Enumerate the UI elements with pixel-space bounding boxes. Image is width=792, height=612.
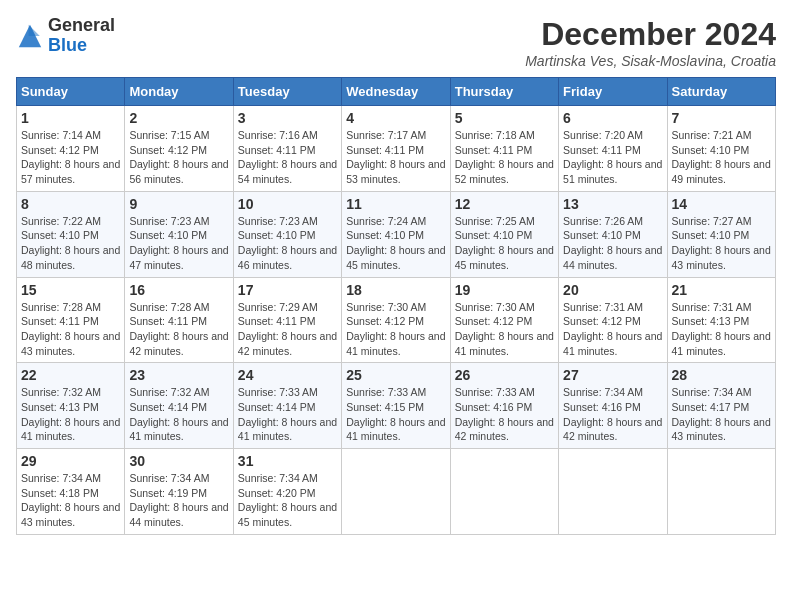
calendar-cell: 1 Sunrise: 7:14 AMSunset: 4:12 PMDayligh… (17, 106, 125, 192)
day-detail: Sunrise: 7:23 AMSunset: 4:10 PMDaylight:… (129, 214, 228, 273)
day-number: 12 (455, 196, 554, 212)
calendar-cell: 8 Sunrise: 7:22 AMSunset: 4:10 PMDayligh… (17, 191, 125, 277)
day-detail: Sunrise: 7:17 AMSunset: 4:11 PMDaylight:… (346, 128, 445, 187)
day-detail: Sunrise: 7:16 AMSunset: 4:11 PMDaylight:… (238, 128, 337, 187)
calendar-cell: 3 Sunrise: 7:16 AMSunset: 4:11 PMDayligh… (233, 106, 341, 192)
calendar-cell: 27 Sunrise: 7:34 AMSunset: 4:16 PMDaylig… (559, 363, 667, 449)
day-detail: Sunrise: 7:33 AMSunset: 4:16 PMDaylight:… (455, 385, 554, 444)
day-number: 15 (21, 282, 120, 298)
day-detail: Sunrise: 7:34 AMSunset: 4:17 PMDaylight:… (672, 385, 771, 444)
calendar-cell: 28 Sunrise: 7:34 AMSunset: 4:17 PMDaylig… (667, 363, 775, 449)
header-saturday: Saturday (667, 78, 775, 106)
header-monday: Monday (125, 78, 233, 106)
day-number: 23 (129, 367, 228, 383)
calendar-week-2: 8 Sunrise: 7:22 AMSunset: 4:10 PMDayligh… (17, 191, 776, 277)
day-detail: Sunrise: 7:30 AMSunset: 4:12 PMDaylight:… (455, 300, 554, 359)
day-detail: Sunrise: 7:21 AMSunset: 4:10 PMDaylight:… (672, 128, 771, 187)
calendar-header-row: SundayMondayTuesdayWednesdayThursdayFrid… (17, 78, 776, 106)
calendar-cell: 16 Sunrise: 7:28 AMSunset: 4:11 PMDaylig… (125, 277, 233, 363)
calendar-cell: 6 Sunrise: 7:20 AMSunset: 4:11 PMDayligh… (559, 106, 667, 192)
calendar-cell: 21 Sunrise: 7:31 AMSunset: 4:13 PMDaylig… (667, 277, 775, 363)
calendar-cell: 26 Sunrise: 7:33 AMSunset: 4:16 PMDaylig… (450, 363, 558, 449)
day-detail: Sunrise: 7:31 AMSunset: 4:13 PMDaylight:… (672, 300, 771, 359)
day-detail: Sunrise: 7:32 AMSunset: 4:14 PMDaylight:… (129, 385, 228, 444)
day-number: 31 (238, 453, 337, 469)
calendar-cell: 18 Sunrise: 7:30 AMSunset: 4:12 PMDaylig… (342, 277, 450, 363)
calendar-cell: 14 Sunrise: 7:27 AMSunset: 4:10 PMDaylig… (667, 191, 775, 277)
calendar-cell: 29 Sunrise: 7:34 AMSunset: 4:18 PMDaylig… (17, 449, 125, 535)
day-number: 22 (21, 367, 120, 383)
calendar-cell (450, 449, 558, 535)
calendar-cell: 4 Sunrise: 7:17 AMSunset: 4:11 PMDayligh… (342, 106, 450, 192)
calendar-cell: 10 Sunrise: 7:23 AMSunset: 4:10 PMDaylig… (233, 191, 341, 277)
day-detail: Sunrise: 7:26 AMSunset: 4:10 PMDaylight:… (563, 214, 662, 273)
day-number: 11 (346, 196, 445, 212)
day-detail: Sunrise: 7:18 AMSunset: 4:11 PMDaylight:… (455, 128, 554, 187)
logo: General Blue (16, 16, 115, 56)
header-friday: Friday (559, 78, 667, 106)
calendar-week-4: 22 Sunrise: 7:32 AMSunset: 4:13 PMDaylig… (17, 363, 776, 449)
day-detail: Sunrise: 7:29 AMSunset: 4:11 PMDaylight:… (238, 300, 337, 359)
calendar-cell: 30 Sunrise: 7:34 AMSunset: 4:19 PMDaylig… (125, 449, 233, 535)
calendar-cell (342, 449, 450, 535)
calendar-cell: 23 Sunrise: 7:32 AMSunset: 4:14 PMDaylig… (125, 363, 233, 449)
calendar-cell (667, 449, 775, 535)
day-number: 4 (346, 110, 445, 126)
day-detail: Sunrise: 7:24 AMSunset: 4:10 PMDaylight:… (346, 214, 445, 273)
calendar-week-5: 29 Sunrise: 7:34 AMSunset: 4:18 PMDaylig… (17, 449, 776, 535)
day-detail: Sunrise: 7:27 AMSunset: 4:10 PMDaylight:… (672, 214, 771, 273)
calendar-cell: 12 Sunrise: 7:25 AMSunset: 4:10 PMDaylig… (450, 191, 558, 277)
calendar-week-3: 15 Sunrise: 7:28 AMSunset: 4:11 PMDaylig… (17, 277, 776, 363)
day-detail: Sunrise: 7:33 AMSunset: 4:15 PMDaylight:… (346, 385, 445, 444)
header-thursday: Thursday (450, 78, 558, 106)
calendar-cell: 22 Sunrise: 7:32 AMSunset: 4:13 PMDaylig… (17, 363, 125, 449)
day-detail: Sunrise: 7:31 AMSunset: 4:12 PMDaylight:… (563, 300, 662, 359)
calendar-week-1: 1 Sunrise: 7:14 AMSunset: 4:12 PMDayligh… (17, 106, 776, 192)
day-number: 19 (455, 282, 554, 298)
day-detail: Sunrise: 7:34 AMSunset: 4:20 PMDaylight:… (238, 471, 337, 530)
page-header: General Blue December 2024 Martinska Ves… (16, 16, 776, 69)
calendar-cell: 15 Sunrise: 7:28 AMSunset: 4:11 PMDaylig… (17, 277, 125, 363)
day-detail: Sunrise: 7:34 AMSunset: 4:19 PMDaylight:… (129, 471, 228, 530)
calendar-cell: 31 Sunrise: 7:34 AMSunset: 4:20 PMDaylig… (233, 449, 341, 535)
calendar-cell: 13 Sunrise: 7:26 AMSunset: 4:10 PMDaylig… (559, 191, 667, 277)
day-number: 10 (238, 196, 337, 212)
day-number: 21 (672, 282, 771, 298)
day-number: 17 (238, 282, 337, 298)
day-number: 7 (672, 110, 771, 126)
location: Martinska Ves, Sisak-Moslavina, Croatia (525, 53, 776, 69)
header-sunday: Sunday (17, 78, 125, 106)
month-title: December 2024 (525, 16, 776, 53)
calendar-cell: 17 Sunrise: 7:29 AMSunset: 4:11 PMDaylig… (233, 277, 341, 363)
day-detail: Sunrise: 7:32 AMSunset: 4:13 PMDaylight:… (21, 385, 120, 444)
day-number: 18 (346, 282, 445, 298)
day-number: 27 (563, 367, 662, 383)
logo-blue: Blue (48, 35, 87, 55)
day-detail: Sunrise: 7:30 AMSunset: 4:12 PMDaylight:… (346, 300, 445, 359)
header-tuesday: Tuesday (233, 78, 341, 106)
day-detail: Sunrise: 7:34 AMSunset: 4:16 PMDaylight:… (563, 385, 662, 444)
day-number: 24 (238, 367, 337, 383)
day-number: 9 (129, 196, 228, 212)
day-detail: Sunrise: 7:22 AMSunset: 4:10 PMDaylight:… (21, 214, 120, 273)
day-number: 1 (21, 110, 120, 126)
day-detail: Sunrise: 7:23 AMSunset: 4:10 PMDaylight:… (238, 214, 337, 273)
calendar-cell: 24 Sunrise: 7:33 AMSunset: 4:14 PMDaylig… (233, 363, 341, 449)
day-number: 16 (129, 282, 228, 298)
day-number: 30 (129, 453, 228, 469)
day-number: 2 (129, 110, 228, 126)
title-block: December 2024 Martinska Ves, Sisak-Mosla… (525, 16, 776, 69)
calendar-cell: 11 Sunrise: 7:24 AMSunset: 4:10 PMDaylig… (342, 191, 450, 277)
day-detail: Sunrise: 7:15 AMSunset: 4:12 PMDaylight:… (129, 128, 228, 187)
calendar-cell: 25 Sunrise: 7:33 AMSunset: 4:15 PMDaylig… (342, 363, 450, 449)
day-detail: Sunrise: 7:28 AMSunset: 4:11 PMDaylight:… (129, 300, 228, 359)
day-number: 5 (455, 110, 554, 126)
day-number: 14 (672, 196, 771, 212)
logo-text: General Blue (48, 16, 115, 56)
day-number: 28 (672, 367, 771, 383)
calendar-cell: 20 Sunrise: 7:31 AMSunset: 4:12 PMDaylig… (559, 277, 667, 363)
calendar-cell: 9 Sunrise: 7:23 AMSunset: 4:10 PMDayligh… (125, 191, 233, 277)
day-detail: Sunrise: 7:33 AMSunset: 4:14 PMDaylight:… (238, 385, 337, 444)
day-detail: Sunrise: 7:34 AMSunset: 4:18 PMDaylight:… (21, 471, 120, 530)
day-number: 3 (238, 110, 337, 126)
